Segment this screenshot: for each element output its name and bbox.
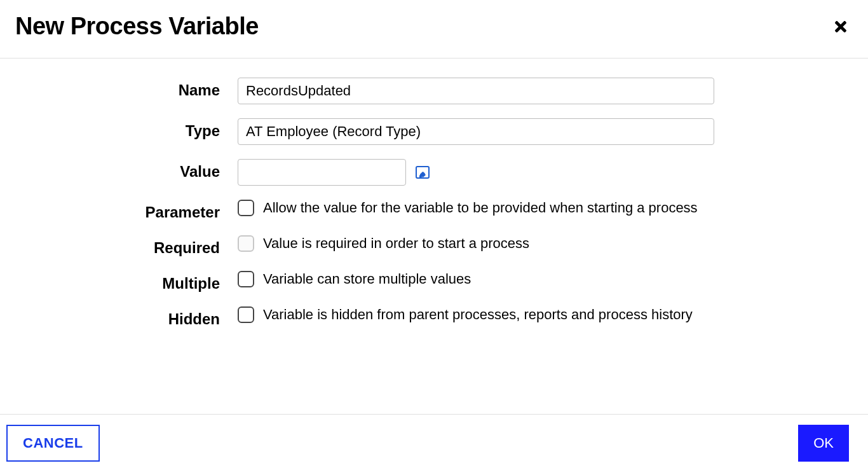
row-value: Value — [15, 159, 853, 186]
dialog-header: New Process Variable — [0, 0, 868, 59]
required-checkbox — [238, 235, 254, 252]
row-hidden: Hidden Variable is hidden from parent pr… — [15, 306, 853, 328]
new-process-variable-dialog: New Process Variable Name Type Value — [0, 0, 868, 468]
hidden-checkbox[interactable] — [238, 306, 254, 323]
name-input[interactable] — [238, 78, 714, 104]
edit-expression-icon[interactable] — [415, 165, 430, 180]
row-multiple: Multiple Variable can store multiple val… — [15, 271, 853, 292]
multiple-description: Variable can store multiple values — [263, 271, 471, 287]
row-name: Name — [15, 78, 853, 104]
hidden-description: Variable is hidden from parent processes… — [263, 306, 693, 323]
value-input[interactable] — [238, 159, 406, 186]
label-multiple: Multiple — [15, 271, 238, 292]
label-value: Value — [15, 159, 238, 181]
dialog-title: New Process Variable — [15, 13, 259, 40]
multiple-checkbox[interactable] — [238, 271, 254, 287]
ok-button[interactable]: OK — [798, 425, 849, 462]
label-name: Name — [15, 78, 238, 99]
required-description: Value is required in order to start a pr… — [263, 235, 529, 252]
close-icon[interactable] — [832, 18, 849, 35]
label-hidden: Hidden — [15, 306, 238, 328]
row-required: Required Value is required in order to s… — [15, 235, 853, 257]
row-parameter: Parameter Allow the value for the variab… — [15, 200, 853, 221]
type-input[interactable] — [238, 118, 714, 145]
parameter-checkbox[interactable] — [238, 200, 254, 216]
dialog-body: Name Type Value — [0, 59, 868, 414]
label-type: Type — [15, 118, 238, 140]
parameter-description: Allow the value for the variable to be p… — [263, 200, 698, 216]
dialog-footer: CANCEL OK — [0, 414, 868, 468]
cancel-button[interactable]: CANCEL — [6, 425, 100, 462]
row-type: Type — [15, 118, 853, 145]
label-required: Required — [15, 235, 238, 257]
label-parameter: Parameter — [15, 200, 238, 221]
